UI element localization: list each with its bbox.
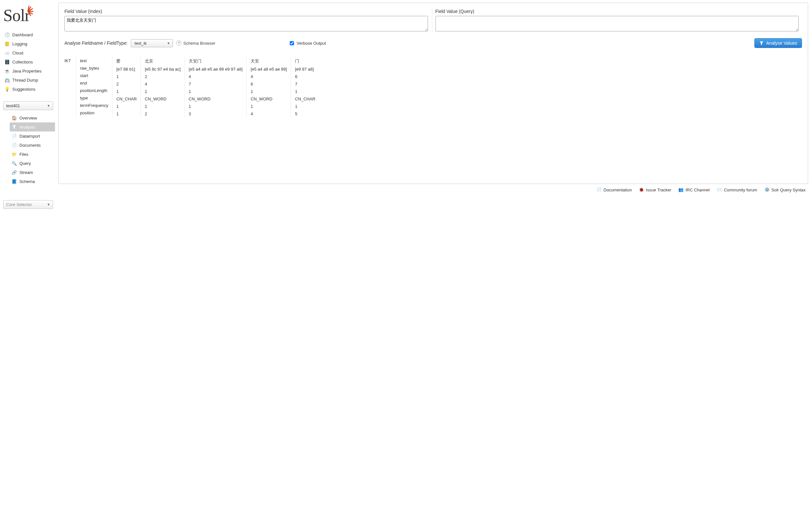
token-term-frequency: 1 <box>116 103 137 110</box>
token-text: 北京 <box>145 57 181 65</box>
sidebar-item-suggestions[interactable]: 💡 Suggestions <box>3 85 55 94</box>
token-column: 天安门 [e5 a4 a9 e5 ae 89 e9 97 a8] 4 7 1 C… <box>189 57 247 118</box>
token-text: 天安门 <box>189 57 242 65</box>
token-term-frequency: 1 <box>189 103 242 110</box>
sidebar-item-logging[interactable]: 📒 Logging <box>3 39 55 48</box>
token-position: 5 <box>295 110 315 118</box>
funnel-icon <box>12 124 17 130</box>
row-label: text <box>80 57 108 64</box>
sidebar-item-label: Suggestions <box>12 87 36 92</box>
footer-link-documentation[interactable]: 📄 Documentation <box>597 187 632 192</box>
token-text: 天安 <box>251 57 287 65</box>
verbose-checkbox[interactable] <box>290 41 294 45</box>
footer-link-syntax[interactable]: ⚙️ Solr Query Syntax <box>764 187 806 192</box>
sidebar-item-thread-dump[interactable]: 📇 Thread Dump <box>3 76 55 85</box>
token-end: 7 <box>295 80 315 88</box>
gauge-icon: 🕑 <box>4 32 10 37</box>
row-label: start <box>80 72 108 79</box>
footer-link-label: Documentation <box>604 188 632 192</box>
subnav-item-overview[interactable]: 🏠 Overview <box>10 113 55 122</box>
token-end: 4 <box>145 80 181 88</box>
core-selector[interactable]: Core Selector ▼ <box>3 200 53 209</box>
chevron-down-icon: ▼ <box>167 41 170 45</box>
footer-link-label: Issue Tracker <box>646 188 671 192</box>
query-value-label: Field Value (Query) <box>435 9 799 14</box>
token-column: 天安 [e5 a4 a9 e5 ae 89] 4 6 1 CN_WORD 1 4 <box>251 57 291 118</box>
token-column: 爱 [e7 88 b1] 1 2 1 CN_CHAR 1 1 <box>116 57 141 118</box>
token-term-frequency: 1 <box>295 103 315 110</box>
subnav-item-label: Schema <box>20 179 35 184</box>
analyse-values-button[interactable]: Analyse Values <box>754 38 802 48</box>
token-start: 4 <box>251 73 287 80</box>
fieldtype-label: Analyse Fieldname / FieldType: <box>64 40 127 46</box>
token-start: 1 <box>116 73 137 80</box>
fieldtype-value: text_ik <box>134 41 147 46</box>
book-icon: 📒 <box>4 41 10 46</box>
footer-link-forum[interactable]: ✉️ Community forum <box>717 187 757 192</box>
token-type: CN_WORD <box>145 95 181 103</box>
token-position: 4 <box>251 110 287 118</box>
people-icon: 👥 <box>678 187 684 192</box>
token-type: CN_WORD <box>251 95 287 103</box>
footer-link-irc[interactable]: 👥 IRC Channel <box>678 187 709 192</box>
database-icon: 🗄️ <box>4 59 10 64</box>
token-raw-bytes: [e9 97 a8] <box>295 65 315 73</box>
token-start: 2 <box>145 73 181 80</box>
collection-selector[interactable]: test401 ▼ <box>3 102 53 110</box>
token-end: 7 <box>189 80 242 88</box>
token-raw-bytes: [e5 8c 97 e4 ba ac] <box>145 65 181 73</box>
fieldtype-select[interactable]: text_ik ▼ <box>131 39 173 47</box>
sidebar-item-java-properties[interactable]: ☕ Java Properties <box>3 66 55 76</box>
token-text: 门 <box>295 57 315 65</box>
subnav-item-analysis[interactable]: Analysis <box>10 122 55 132</box>
footer-links: 📄 Documentation 🐞 Issue Tracker 👥 IRC Ch… <box>58 187 808 192</box>
subnav-item-dataimport[interactable]: 📄 Dataimport <box>10 132 55 141</box>
magnifier-icon: 🔍 <box>12 161 17 166</box>
lightbulb-icon: 💡 <box>4 86 10 92</box>
main-content: Field Value (Index) 我爱北京天安门 Field Value … <box>58 0 812 513</box>
token-raw-bytes: [e5 a4 a9 e5 ae 89] <box>251 65 287 73</box>
subnav-item-label: Overview <box>20 116 37 120</box>
threads-icon: 📇 <box>4 77 10 83</box>
row-label: type <box>80 94 108 102</box>
question-icon: ? <box>176 40 181 46</box>
subnav-item-label: Query <box>20 161 31 166</box>
token-end: 6 <box>251 80 287 88</box>
footer-link-label: IRC Channel <box>686 188 709 192</box>
schema-browser-label: Schema Browser <box>183 41 215 46</box>
schema-browser-link[interactable]: ? Schema Browser <box>176 40 215 46</box>
sidebar-item-label: Logging <box>12 41 27 46</box>
token-term-frequency: 1 <box>145 103 181 110</box>
subnav-item-stream[interactable]: 🔗 Stream <box>10 168 55 177</box>
token-column: 门 [e9 97 a8] 6 7 1 CN_CHAR 1 5 <box>295 57 319 118</box>
verbose-label: Verbose Output <box>296 41 326 46</box>
analysis-panel: Field Value (Index) 我爱北京天安门 Field Value … <box>58 3 808 184</box>
home-icon: 🏠 <box>12 115 17 120</box>
row-labels-column: text raw_bytes start end positionLength … <box>80 57 112 118</box>
footer-link-issue-tracker[interactable]: 🐞 Issue Tracker <box>639 187 671 192</box>
subnav-item-documents[interactable]: 📄 Documents <box>10 141 55 150</box>
gear-icon: ⚙️ <box>764 187 770 192</box>
subnav-item-label: Documents <box>20 143 41 148</box>
row-label: positionLength <box>80 87 108 94</box>
subnav-item-schema[interactable]: 📘 Schema <box>10 177 55 186</box>
sidebar-item-cloud[interactable]: ☁️ Cloud <box>3 48 55 57</box>
token-position-length: 1 <box>116 88 137 95</box>
sidebar-item-dashboard[interactable]: 🕑 Dashboard <box>3 30 55 39</box>
subnav-item-label: Files <box>20 152 28 157</box>
analysis-result-table: IKT text raw_bytes start end positionLen… <box>64 57 802 118</box>
sidebar-item-collections[interactable]: 🗄️ Collections <box>3 57 55 66</box>
stream-icon: 🔗 <box>12 170 17 175</box>
token-raw-bytes: [e7 88 b1] <box>116 65 137 73</box>
token-position: 2 <box>145 110 181 118</box>
index-value-label: Field Value (Index) <box>64 9 428 14</box>
query-value-input[interactable] <box>435 16 799 31</box>
token-text: 爱 <box>116 57 137 65</box>
index-value-input[interactable]: 我爱北京天安门 <box>64 16 428 31</box>
token-type: CN_CHAR <box>295 95 315 103</box>
subnav-item-files[interactable]: 📁 Files <box>10 150 55 159</box>
token-term-frequency: 1 <box>251 103 287 110</box>
token-position-length: 1 <box>295 88 315 95</box>
subnav-item-query[interactable]: 🔍 Query <box>10 159 55 168</box>
coffee-icon: ☕ <box>4 68 10 74</box>
